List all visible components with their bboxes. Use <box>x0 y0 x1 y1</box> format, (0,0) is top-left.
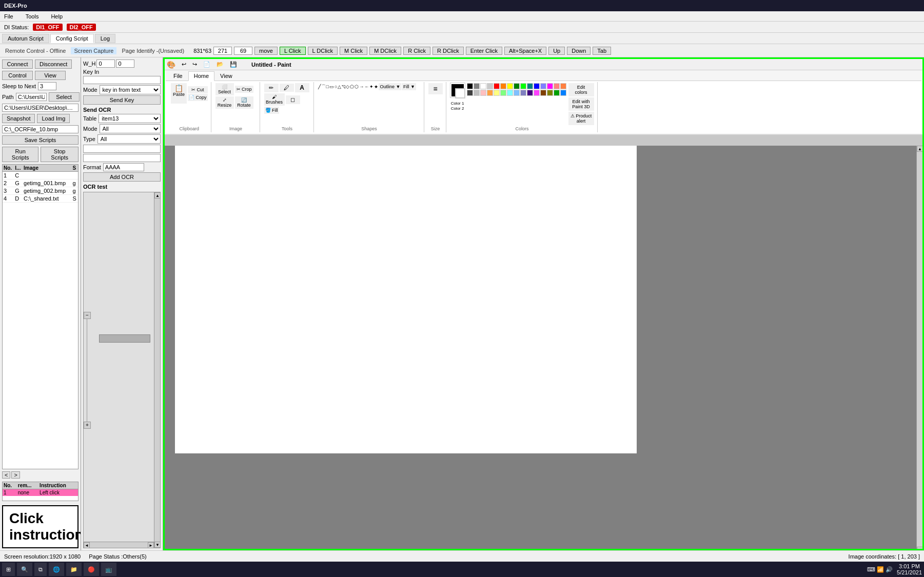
instruction-panel[interactable]: No. rem... Instruction 1noneLeft click <box>2 482 78 501</box>
script-row[interactable]: 2Ggetimg_001.bmpg <box>3 180 78 187</box>
redo-icon[interactable]: ↪ <box>192 61 197 68</box>
swatch-orange[interactable] <box>500 83 506 89</box>
swatch-skyblue[interactable] <box>514 90 520 96</box>
swatch-magenta[interactable] <box>547 83 553 89</box>
swatch-green2[interactable] <box>554 90 560 96</box>
swatch-blue2[interactable] <box>560 90 566 96</box>
mode-select[interactable]: key in from text <box>100 85 161 94</box>
nav-right[interactable]: > <box>11 471 19 479</box>
vertical-scrollbar[interactable]: ▲ ▼ <box>154 192 160 548</box>
path2-input[interactable] <box>2 104 78 112</box>
swatch-ltmagenta[interactable] <box>534 90 540 96</box>
taskbar-app2[interactable]: 📺 <box>101 563 116 576</box>
swatch-slate[interactable] <box>520 90 526 96</box>
move-button[interactable]: move <box>254 47 278 55</box>
tab-config[interactable]: Config Script <box>50 34 94 43</box>
cut-button[interactable]: ✂ Cut <box>188 86 208 93</box>
edit-paint3d-button[interactable]: Edit with Paint 3D <box>568 97 594 111</box>
lclick-button[interactable]: L Click <box>280 47 306 55</box>
scroll-right-btn[interactable]: ► <box>148 542 154 548</box>
swatch-yellow[interactable] <box>507 83 513 89</box>
ribbon-tab-view[interactable]: View <box>214 71 238 81</box>
script-row[interactable]: 3Ggetimg_002.bmpg <box>3 187 78 195</box>
shape-curve[interactable]: ⌒ <box>321 84 326 90</box>
new-icon[interactable]: 📄 <box>203 61 210 68</box>
fill-button[interactable]: 🪣 Fill <box>264 107 279 114</box>
table-select[interactable]: item13 <box>99 114 161 123</box>
swatch-ltcyan[interactable] <box>507 90 513 96</box>
product-alert-button[interactable]: ⚠ Product alert <box>568 112 594 125</box>
ocr-input2[interactable] <box>83 154 161 162</box>
swatch-brown[interactable] <box>540 90 546 96</box>
shape-arrow-right[interactable]: → <box>359 84 364 89</box>
tab-autorun[interactable]: Autorun Script <box>2 34 49 43</box>
disconnect-button[interactable]: Disconnect <box>35 59 72 69</box>
save-icon[interactable]: 💾 <box>230 61 237 68</box>
script-row[interactable]: 1C <box>3 172 78 180</box>
horizontal-scrollbar[interactable]: ◄ ► <box>84 542 154 548</box>
canvas-scroll-up[interactable]: ▲ <box>917 146 922 152</box>
scroll-minus[interactable]: − <box>84 312 91 319</box>
crop-button[interactable]: ✂ Crop <box>235 86 253 93</box>
canvas-vscrollbar[interactable]: ▲ ▼ <box>916 146 922 549</box>
swatch-dkgreen[interactable] <box>514 83 520 89</box>
taskbar-folder[interactable]: 📁 <box>66 563 82 576</box>
shape-star4[interactable]: ★ <box>374 84 378 89</box>
scroll-plus[interactable]: + <box>84 422 91 429</box>
send-key-button[interactable]: Send Key <box>83 95 161 105</box>
taskbar-app1[interactable]: 🔴 <box>84 563 99 576</box>
ribbon-tab-home[interactable]: Home <box>188 71 214 81</box>
snapshot-button[interactable]: Snapshot <box>2 114 35 123</box>
shape-hexagon[interactable]: ⬡ <box>355 84 359 89</box>
rotate-button[interactable]: 🔄 Rotate <box>235 96 253 109</box>
swatch-salmon[interactable] <box>560 83 566 89</box>
control-button[interactable]: Control <box>2 71 33 80</box>
tab-log[interactable]: Log <box>95 34 115 43</box>
y-coord-input[interactable] <box>234 47 252 55</box>
instruction-row[interactable]: 1noneLeft click <box>3 489 78 496</box>
nav-left[interactable]: < <box>2 471 10 479</box>
swatch-gray[interactable] <box>474 83 480 89</box>
w-input[interactable] <box>96 59 115 68</box>
h-input[interactable] <box>116 59 134 68</box>
shape-arrow-left[interactable]: ← <box>364 84 369 89</box>
enter-click-button[interactable]: Enter Click <box>466 47 502 55</box>
ldclick-button[interactable]: L DClick <box>308 47 338 55</box>
script-table[interactable]: No. I... Image S 1C 2Ggetimg_001.bmpg 3G… <box>2 164 78 469</box>
swatch-ltpink[interactable] <box>480 90 486 96</box>
mdclick-button[interactable]: M DClick <box>369 47 401 55</box>
swatch-silver[interactable] <box>474 90 480 96</box>
paint-canvas[interactable] <box>175 146 637 453</box>
outline-button[interactable]: Outline ▼ <box>379 83 401 90</box>
edit-colors-button[interactable]: Edit colors <box>568 83 594 96</box>
menu-file[interactable]: File <box>2 13 15 20</box>
page-identify-label[interactable]: Page Identify -(Unsaved) <box>119 47 187 54</box>
canvas-scroll-down[interactable]: ▼ <box>917 547 922 549</box>
minus-btn[interactable]: − + <box>84 312 91 429</box>
shape-pentagon[interactable]: ⬠ <box>350 84 354 89</box>
swatch-blue[interactable] <box>534 83 540 89</box>
resize-button[interactable]: ⤢ Resize <box>215 96 234 109</box>
color2-swatch[interactable] <box>455 88 465 98</box>
pen-button[interactable]: 🖊 <box>280 84 294 92</box>
swatch-ltred[interactable] <box>554 83 560 89</box>
swatch-dkgray[interactable] <box>467 90 473 96</box>
type-select[interactable]: All <box>97 134 161 144</box>
x-coord-input[interactable] <box>213 47 232 55</box>
screen-capture-label[interactable]: Screen Capture <box>71 47 116 54</box>
taskbar-edge[interactable]: 🌐 <box>49 563 64 576</box>
rdclick-button[interactable]: R DClick <box>432 47 464 55</box>
ocr-path-input[interactable] <box>2 125 78 133</box>
run-scripts-button[interactable]: Run Scripts <box>2 147 38 162</box>
path-input[interactable] <box>16 93 47 101</box>
format-input[interactable] <box>103 163 144 171</box>
swatch-ltgreen[interactable] <box>520 83 526 89</box>
swatch-ltgray[interactable] <box>487 83 493 89</box>
select-button[interactable]: ⬜ Select <box>215 83 234 95</box>
swatch-olive[interactable] <box>547 90 553 96</box>
mode-ocr-select[interactable]: All <box>100 124 161 133</box>
swatch-ltblue[interactable] <box>540 83 546 89</box>
scroll-thumb[interactable] <box>154 198 160 542</box>
brushes-button[interactable]: 🖌 Brushes <box>264 93 285 106</box>
taskbar-search[interactable]: 🔍 <box>17 563 32 576</box>
